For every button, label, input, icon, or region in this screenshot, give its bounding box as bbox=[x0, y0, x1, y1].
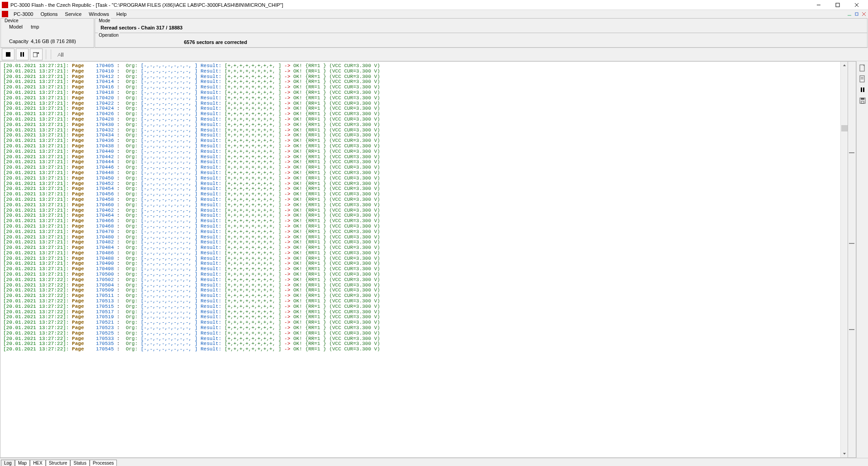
pause-button[interactable] bbox=[16, 49, 29, 60]
toolbar-separator bbox=[46, 49, 47, 59]
window-title: PC-3000 Flash - the Czech Republic - [Ta… bbox=[10, 2, 809, 8]
svg-rect-11 bbox=[33, 53, 37, 57]
svg-rect-9 bbox=[20, 52, 22, 57]
app-icon bbox=[2, 2, 8, 8]
menu-bar: PC-3000 Options Service Windows Help bbox=[0, 10, 868, 18]
tab-map[interactable]: Map bbox=[15, 460, 30, 466]
scroll-down-arrow-icon[interactable] bbox=[841, 450, 848, 457]
model-value: tmp bbox=[31, 24, 39, 29]
svg-rect-13 bbox=[63, 53, 63, 57]
menu-pc3000[interactable]: PC-3000 bbox=[10, 11, 37, 17]
svg-rect-22 bbox=[861, 101, 864, 103]
tab-status[interactable]: Status bbox=[70, 460, 89, 466]
log-panel: [20.01.2021 13:27:21]: Page 170405 : Org… bbox=[0, 61, 848, 458]
chip-tool-button[interactable] bbox=[54, 49, 67, 60]
open-doc-button[interactable] bbox=[858, 75, 867, 83]
vertical-scrollbar[interactable] bbox=[840, 62, 848, 457]
stop-button[interactable] bbox=[2, 49, 14, 60]
scroll-thumb[interactable] bbox=[841, 125, 848, 131]
marker bbox=[849, 243, 854, 244]
menu-service[interactable]: Service bbox=[61, 11, 85, 17]
toolbar-separator bbox=[51, 49, 52, 59]
marker bbox=[849, 329, 854, 330]
side-pause-button[interactable] bbox=[858, 86, 867, 94]
svg-rect-19 bbox=[863, 87, 864, 92]
svg-rect-12 bbox=[61, 53, 62, 57]
new-doc-button[interactable] bbox=[858, 64, 867, 72]
svg-rect-1 bbox=[836, 3, 839, 7]
menu-windows[interactable]: Windows bbox=[85, 11, 113, 17]
device-group-label: Device bbox=[4, 18, 19, 23]
device-group: Device Model tmp Capacity 4,16 GB (8 716… bbox=[0, 18, 94, 48]
close-button[interactable] bbox=[847, 0, 866, 10]
log-content[interactable]: [20.01.2021 13:27:21]: Page 170405 : Org… bbox=[0, 62, 848, 352]
mode-text: Reread sectors - Chain 317 / 18883 bbox=[95, 19, 867, 30]
svg-rect-21 bbox=[861, 98, 864, 100]
mdi-restore-icon[interactable] bbox=[854, 12, 859, 16]
log-row: [20.01.2021 13:27:22]: Page 170545 : Org… bbox=[3, 347, 848, 352]
operation-group-label: Operation bbox=[98, 33, 120, 38]
mdi-minimize-icon[interactable] bbox=[847, 12, 852, 16]
bottom-tabs: Log Map HEX Structure Status Processes bbox=[0, 458, 868, 466]
scroll-up-arrow-icon[interactable] bbox=[841, 62, 848, 69]
menu-options[interactable]: Options bbox=[37, 11, 61, 17]
menu-help[interactable]: Help bbox=[113, 11, 130, 17]
menu-app-icon bbox=[2, 11, 8, 17]
save-button[interactable] bbox=[858, 97, 867, 105]
svg-rect-18 bbox=[861, 87, 862, 92]
marker bbox=[849, 152, 854, 153]
maximize-button[interactable] bbox=[828, 0, 847, 10]
mdi-close-icon[interactable] bbox=[862, 12, 866, 16]
tab-log[interactable]: Log bbox=[1, 460, 15, 466]
tab-hex[interactable]: HEX bbox=[30, 460, 46, 466]
svg-rect-5 bbox=[855, 13, 858, 15]
minimize-button[interactable] bbox=[809, 0, 828, 10]
capacity-label: Capacity bbox=[9, 39, 31, 44]
side-toolbar bbox=[856, 61, 868, 458]
operation-text: 6576 sectors are corrected bbox=[95, 33, 867, 45]
export-button[interactable] bbox=[30, 49, 43, 60]
model-label: Model bbox=[9, 24, 31, 29]
toolbar bbox=[0, 48, 868, 61]
svg-rect-10 bbox=[23, 52, 24, 57]
side-marker-panel bbox=[848, 61, 856, 458]
tab-processes[interactable]: Processes bbox=[90, 460, 117, 466]
capacity-value: 4,16 GB (8 716 288) bbox=[31, 39, 76, 44]
title-bar: PC-3000 Flash - the Czech Republic - [Ta… bbox=[0, 0, 868, 10]
mode-group-label: Mode bbox=[98, 18, 111, 23]
mode-group: Mode Reread sectors - Chain 317 / 18883 … bbox=[95, 18, 868, 48]
svg-rect-8 bbox=[6, 52, 10, 57]
tab-structure[interactable]: Structure bbox=[46, 460, 71, 466]
